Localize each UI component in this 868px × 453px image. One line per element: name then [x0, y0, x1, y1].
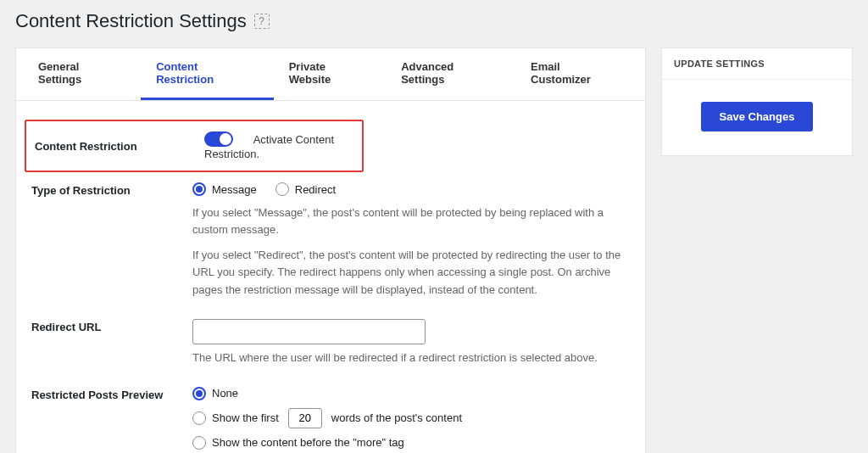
- radio-preview-words-prefix: Show the first: [212, 411, 279, 424]
- restricted-preview-label: Restricted Posts Preview: [31, 387, 192, 401]
- radio-type-redirect[interactable]: Redirect: [275, 182, 336, 196]
- tabs: General Settings Content Restriction Pri…: [16, 48, 645, 101]
- radio-icon: [192, 182, 206, 196]
- update-settings-card: UPDATE SETTINGS Save Changes: [661, 48, 853, 156]
- radio-type-message[interactable]: Message: [192, 182, 257, 196]
- type-desc-redirect: If you select "Redirect", the post's con…: [192, 247, 630, 298]
- radio-icon: [192, 411, 206, 425]
- radio-preview-words-suffix: words of the post's content: [331, 411, 462, 424]
- sidebar-header: UPDATE SETTINGS: [662, 48, 852, 80]
- redirect-url-desc: The URL where the user will be redirecte…: [192, 350, 630, 366]
- radio-preview-more-label: Show the content before the "more" tag: [212, 436, 404, 449]
- restricted-preview-row: Restricted Posts Preview None Show the f…: [16, 377, 645, 453]
- tab-private-website[interactable]: Private Website: [274, 48, 386, 100]
- radio-type-message-label: Message: [212, 183, 257, 196]
- radio-icon: [192, 436, 206, 450]
- content-restriction-toggle[interactable]: [204, 131, 233, 147]
- radio-icon: [275, 182, 289, 196]
- preview-words-input[interactable]: [288, 408, 322, 428]
- type-desc-message: If you select "Message", the post's cont…: [192, 204, 630, 238]
- tab-content-restriction[interactable]: Content Restriction: [141, 48, 273, 100]
- help-icon[interactable]: ?: [254, 14, 270, 29]
- save-changes-button[interactable]: Save Changes: [701, 102, 814, 131]
- content-restriction-row: Content Restriction Activate Content Res…: [25, 120, 364, 172]
- content-restriction-label: Content Restriction: [35, 140, 204, 153]
- tab-general-settings[interactable]: General Settings: [23, 48, 141, 100]
- type-of-restriction-label: Type of Restriction: [31, 182, 192, 197]
- tab-email-customizer[interactable]: Email Customizer: [515, 48, 638, 100]
- redirect-url-row: Redirect URL The URL where the user will…: [16, 309, 645, 377]
- page-title: Content Restriction Settings: [15, 10, 247, 32]
- redirect-url-label: Redirect URL: [31, 319, 192, 333]
- settings-card: General Settings Content Restriction Pri…: [15, 48, 646, 453]
- radio-type-redirect-label: Redirect: [295, 183, 336, 196]
- redirect-url-input[interactable]: [192, 319, 426, 344]
- radio-icon: [192, 387, 206, 400]
- radio-preview-none[interactable]: None: [192, 387, 630, 400]
- type-of-restriction-row: Type of Restriction Message Redirect: [16, 172, 645, 309]
- tab-advanced-settings[interactable]: Advanced Settings: [386, 48, 515, 100]
- radio-preview-none-label: None: [212, 387, 238, 400]
- radio-preview-more[interactable]: Show the content before the "more" tag: [192, 436, 630, 450]
- radio-preview-words[interactable]: Show the first words of the post's conte…: [192, 408, 630, 428]
